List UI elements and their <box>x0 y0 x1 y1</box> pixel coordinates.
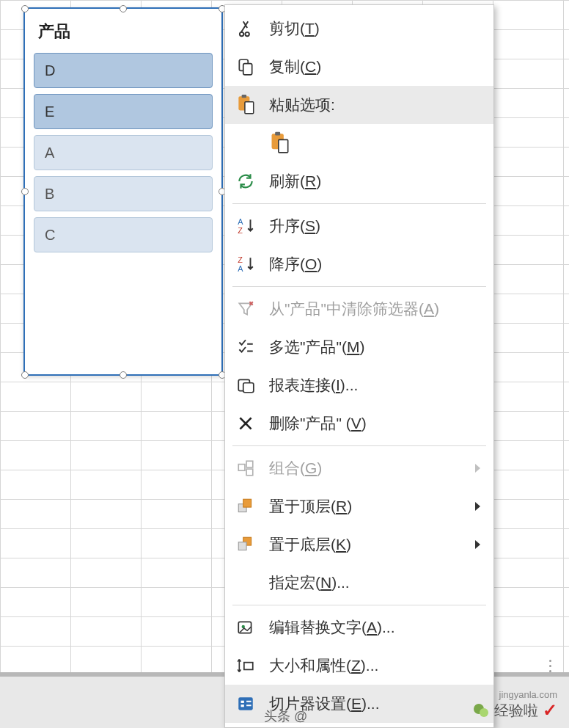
report-connections-icon <box>234 374 257 397</box>
menu-label: 粘贴选项: <box>269 95 485 115</box>
svg-text:Z: Z <box>238 226 243 235</box>
menu-report-connections[interactable]: 报表连接(I)... <box>225 366 493 404</box>
slicer-item-label: B <box>45 186 54 203</box>
menu-label: 切片器设置(E)... <box>269 694 485 714</box>
menu-sort-asc[interactable]: AZ 升序(S) <box>225 207 493 245</box>
slicer-settings-icon <box>234 692 257 716</box>
svg-rect-22 <box>238 542 246 550</box>
svg-text:A: A <box>238 264 243 273</box>
svg-rect-3 <box>243 64 252 75</box>
size-props-icon <box>234 654 257 677</box>
menu-cut[interactable]: 剪切(T) <box>225 10 493 48</box>
menu-label: 剪切(T) <box>269 18 485 39</box>
resize-handle[interactable] <box>120 5 127 12</box>
clear-filter-icon <box>234 297 257 321</box>
svg-text:A: A <box>238 217 243 226</box>
menu-separator <box>232 445 486 446</box>
alt-text-icon <box>234 616 257 639</box>
svg-rect-9 <box>279 139 288 153</box>
slicer-item[interactable]: D <box>34 53 213 88</box>
paste-icon <box>234 93 257 117</box>
watermark-site: jingyanla.com <box>499 689 558 700</box>
svg-point-24 <box>242 625 245 628</box>
submenu-arrow-icon <box>475 540 480 549</box>
menu-label: 指定宏(N)... <box>269 572 485 593</box>
slicer-item[interactable]: E <box>34 94 213 129</box>
svg-rect-17 <box>246 461 253 467</box>
refresh-icon <box>234 170 257 193</box>
menu-separator <box>232 605 486 605</box>
bring-front-icon <box>234 495 257 518</box>
submenu-arrow-icon <box>475 464 480 473</box>
svg-rect-8 <box>275 132 280 136</box>
remove-icon <box>234 412 257 435</box>
menu-alt-text[interactable]: 编辑替换文字(A)... <box>225 608 493 647</box>
menu-label: 降序(O) <box>269 254 485 274</box>
menu-bring-front[interactable]: 置于顶层(R) <box>225 487 493 525</box>
svg-rect-18 <box>246 469 253 476</box>
menu-label: 刷新(R) <box>269 171 485 192</box>
slicer-item[interactable]: A <box>34 135 213 170</box>
clipboard-icon <box>269 131 291 156</box>
svg-rect-6 <box>245 102 254 114</box>
menu-send-back[interactable]: 置于底层(K) <box>225 525 493 564</box>
blank-icon <box>234 571 257 594</box>
resize-handle[interactable] <box>120 371 127 379</box>
menu-multiselect[interactable]: 多选"产品"(M) <box>225 328 493 366</box>
svg-rect-16 <box>238 465 245 471</box>
group-icon <box>234 456 257 480</box>
menu-label: 编辑替换文字(A)... <box>269 617 485 638</box>
svg-rect-5 <box>242 95 246 98</box>
menu-label: 置于底层(K) <box>269 534 475 555</box>
svg-text:Z: Z <box>238 255 243 264</box>
svg-rect-15 <box>243 383 254 393</box>
svg-rect-27 <box>241 701 244 703</box>
send-back-icon <box>234 533 257 556</box>
menu-sort-desc[interactable]: ZA 降序(O) <box>225 245 493 283</box>
menu-copy[interactable]: 复制(C) <box>225 48 493 86</box>
product-slicer[interactable]: 产品 D E A B C <box>23 7 223 376</box>
menu-refresh[interactable]: 刷新(R) <box>225 162 493 200</box>
slicer-item-label: C <box>45 227 55 244</box>
svg-rect-20 <box>243 499 252 507</box>
menu-label: 大小和属性(Z)... <box>269 655 485 676</box>
menu-remove[interactable]: 删除"产品" (V) <box>225 404 493 443</box>
slicer-item-list: D E A B C <box>25 53 221 252</box>
slicer-title: 产品 <box>25 9 221 53</box>
menu-label: 升序(S) <box>269 216 485 236</box>
svg-rect-26 <box>238 697 253 710</box>
menu-label: 多选"产品"(M) <box>269 337 485 357</box>
cut-icon <box>234 17 257 40</box>
menu-label: 删除"产品" (V) <box>269 413 485 434</box>
menu-label: 组合(G) <box>269 458 475 478</box>
slicer-item-label: E <box>45 103 54 120</box>
menu-separator <box>232 203 486 204</box>
menu-label: 从"产品"中清除筛选器(A) <box>269 299 485 319</box>
menu-clear-filter: 从"产品"中清除筛选器(A) <box>225 290 493 328</box>
slicer-item[interactable]: B <box>34 176 213 211</box>
resize-handle[interactable] <box>21 188 29 195</box>
menu-paste-options[interactable]: 粘贴选项: <box>225 86 493 124</box>
paste-option-keep-source[interactable] <box>225 124 493 162</box>
slicer-item[interactable]: C <box>34 217 213 252</box>
slicer-item-label: D <box>45 62 55 79</box>
menu-size-props[interactable]: 大小和属性(Z)... <box>225 647 493 685</box>
task-pane-handle[interactable] <box>549 660 551 672</box>
menu-group: 组合(G) <box>225 449 493 487</box>
resize-handle[interactable] <box>21 371 29 379</box>
slicer-item-label: A <box>45 145 54 161</box>
sort-desc-icon: ZA <box>234 252 257 276</box>
context-menu: 剪切(T) 复制(C) 粘贴选项: 刷新(R) AZ 升序(S) ZA 降序(O <box>224 4 494 728</box>
svg-point-0 <box>240 32 243 36</box>
svg-rect-28 <box>241 705 244 707</box>
svg-rect-25 <box>244 663 253 670</box>
resize-handle[interactable] <box>21 5 29 12</box>
copy-icon <box>234 55 257 79</box>
submenu-arrow-icon <box>475 502 480 511</box>
menu-label: 复制(C) <box>269 57 485 77</box>
menu-slicer-settings[interactable]: 切片器设置(E)... <box>225 685 493 723</box>
menu-separator <box>232 286 486 287</box>
multiselect-icon <box>234 335 257 359</box>
menu-assign-macro[interactable]: 指定宏(N)... <box>225 564 493 602</box>
sort-asc-icon: AZ <box>234 214 257 238</box>
